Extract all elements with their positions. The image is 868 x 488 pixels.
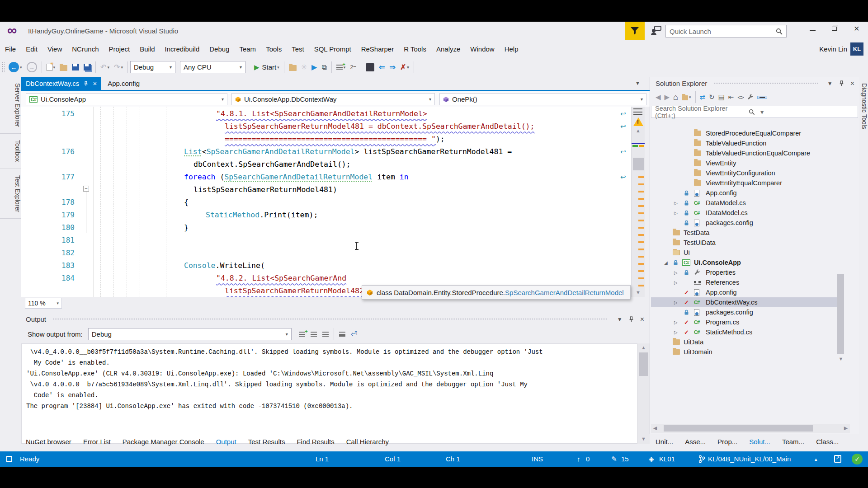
panel-drag-grip[interactable]: [713, 82, 818, 84]
nuget-toolbar-button[interactable]: [287, 64, 299, 71]
toolbar-grip[interactable]: [2, 62, 5, 73]
pending-changes-icon[interactable]: ✎: [611, 451, 617, 467]
menu-window[interactable]: Window: [465, 41, 499, 57]
panel-tab-call-hierarchy[interactable]: Call Hierarchy: [340, 434, 395, 450]
menu-view[interactable]: View: [42, 41, 67, 57]
quick-launch-input[interactable]: Quick Launch: [665, 25, 787, 38]
window-layout-button[interactable]: ⧉: [319, 63, 329, 71]
pin-icon[interactable]: [836, 80, 847, 86]
menu-help[interactable]: Help: [500, 41, 524, 57]
se-back-button[interactable]: ◀: [656, 93, 661, 101]
code-line[interactable]: 176List<SpSearchGamerAndDetailReturnMode…: [21, 145, 631, 158]
toggle-word-wrap-button[interactable]: ⏎: [351, 329, 357, 339]
branch-icon[interactable]: [698, 455, 705, 463]
stop-tests-button[interactable]: ✗▾: [398, 63, 411, 71]
next-message-button[interactable]: [322, 332, 329, 337]
minimize-button[interactable]: [804, 22, 821, 35]
feedback-button[interactable]: [648, 23, 664, 38]
menu-edit[interactable]: Edit: [21, 41, 42, 57]
scroll-left-icon[interactable]: ◀: [652, 425, 658, 431]
navigate-back-button[interactable]: ←▾: [6, 62, 24, 72]
tree-item-uidata[interactable]: UiData: [650, 337, 859, 347]
home-button[interactable]: ⌂: [673, 93, 678, 102]
tool-tab-test-explorer[interactable]: Test Explorer: [0, 169, 21, 219]
tab-well-dropdown-icon[interactable]: ▼: [635, 80, 640, 86]
scroll-up-icon[interactable]: ▲: [632, 128, 645, 133]
panel-tab-unit-[interactable]: Unit...: [650, 434, 679, 450]
tree-horizontal-scrollbar[interactable]: ◀ ▶: [651, 424, 850, 433]
solution-search-input[interactable]: Search Solution Explorer (Ctrl+;) ▾: [651, 106, 858, 118]
pin-icon[interactable]: [626, 316, 637, 322]
code-line[interactable]: 175"4.8.1. List<SpSearchGamerAndDetailRe…: [21, 108, 631, 120]
tree-item-app-config[interactable]: ✓App.config: [650, 287, 859, 297]
code-line[interactable]: ========================================…: [21, 133, 631, 145]
scrollbar-thumb[interactable]: [633, 158, 644, 170]
save-all-button[interactable]: [81, 64, 93, 70]
tool-tab-server-explorer[interactable]: Server Explorer: [0, 77, 21, 134]
tree-item-uidomain[interactable]: UiDomain: [650, 347, 859, 357]
menu-build[interactable]: Build: [135, 41, 160, 57]
panel-tab-prop-[interactable]: Prop...: [712, 434, 743, 450]
code-editor[interactable]: − 175"4.8.1. List<SpSearchGamerAndDetail…: [21, 107, 631, 297]
output-source-dropdown[interactable]: Debug▾: [88, 328, 292, 340]
tree-item-tablevaluedfunction[interactable]: TableValuedFunction: [650, 138, 859, 148]
collapse-arrow-icon[interactable]: ◢: [664, 258, 668, 267]
tree-item-packages-config[interactable]: packages.config: [650, 307, 859, 317]
restore-button[interactable]: [826, 22, 843, 35]
zoom-level-dropdown[interactable]: 110 %▾: [25, 298, 62, 309]
properties-button[interactable]: [747, 94, 754, 100]
tree-item-properties[interactable]: ▷Properties: [650, 267, 859, 277]
preview-selected-items-button[interactable]: [757, 96, 767, 99]
notifications-filter-button[interactable]: [625, 22, 645, 40]
close-panel-icon[interactable]: ×: [637, 315, 650, 324]
pin-icon[interactable]: [84, 81, 88, 86]
document-tab[interactable]: App.config: [101, 77, 146, 90]
signed-in-user[interactable]: Kevin Lin: [819, 41, 847, 57]
menu-r-tools[interactable]: R Tools: [399, 41, 431, 57]
code-line[interactable]: 181: [21, 234, 631, 247]
open-file-button[interactable]: [57, 64, 70, 71]
sync-with-active-document-button[interactable]: ⇄: [700, 93, 706, 101]
menu-team[interactable]: Team: [234, 41, 261, 57]
code-line[interactable]: 178{: [21, 196, 631, 209]
panel-drag-grip[interactable]: [52, 318, 608, 320]
tree-item-testuidata[interactable]: TestUiData: [650, 238, 859, 248]
scrollbar-thumb[interactable]: [837, 274, 844, 354]
line-numbering-button[interactable]: 2=: [348, 64, 359, 70]
step-forward-button[interactable]: ⇒: [387, 63, 397, 71]
code-line[interactable]: 182: [21, 247, 631, 259]
avatar[interactable]: KL: [850, 42, 863, 56]
menu-file[interactable]: File: [0, 41, 21, 57]
expand-arrow-icon[interactable]: ▷: [674, 277, 678, 287]
tool-tab-diagnostic-tools[interactable]: Diagnostic Tools: [859, 77, 868, 136]
panel-tab-output[interactable]: Output: [210, 434, 242, 450]
output-scrollbar[interactable]: ▲ ▼: [637, 343, 650, 444]
document-tab-active[interactable]: DbContextWay.cs ×: [21, 77, 101, 90]
tree-item-datamodel-cs[interactable]: ▷C#DataModel.cs: [650, 198, 859, 208]
new-file-button[interactable]: ▾: [44, 64, 58, 71]
panel-tab-nuget-browser[interactable]: NuGet browser: [20, 434, 77, 450]
step-backward-button[interactable]: ⇐: [377, 63, 387, 71]
panel-tab-find-results[interactable]: Find Results: [291, 434, 340, 450]
clear-all-button[interactable]: [339, 332, 345, 337]
solution-platform-dropdown[interactable]: Any CPU▾: [180, 61, 245, 73]
se-forward-button[interactable]: ▶: [665, 93, 670, 101]
tree-item-tablevaluedfunctionequalcompare[interactable]: TableValuedFunctionEqualCompare: [650, 148, 859, 158]
refresh-button[interactable]: ↻: [709, 93, 715, 101]
code-line[interactable]: listSpSearchGamerReturnModel481 = dbCont…: [21, 120, 631, 133]
code-line[interactable]: dbContext.SpSearchGamerAndDetail();: [21, 158, 631, 171]
close-button[interactable]: ×: [848, 22, 865, 35]
window-position-icon[interactable]: ▼: [614, 316, 626, 323]
tree-item-dbcontextway-cs[interactable]: ▷✓C#DbContextWay.cs: [650, 297, 859, 307]
solution-configuration-dropdown[interactable]: Debug▾: [130, 61, 175, 73]
menu-resharper[interactable]: ReSharper: [356, 41, 399, 57]
attach-process-button[interactable]: ▶: [309, 63, 319, 71]
tool-tab-toolbox[interactable]: Toolbox: [0, 134, 21, 169]
menu-tools[interactable]: Tools: [261, 41, 287, 57]
tree-item-references[interactable]: ▷References: [650, 277, 859, 287]
panel-tab-solut-[interactable]: Solut...: [743, 434, 776, 450]
restore-layout-icon[interactable]: [6, 456, 12, 462]
window-position-icon[interactable]: ▼: [824, 80, 836, 87]
show-all-files-button[interactable]: ▤: [718, 93, 725, 101]
expand-arrow-icon[interactable]: ▷: [674, 208, 678, 218]
